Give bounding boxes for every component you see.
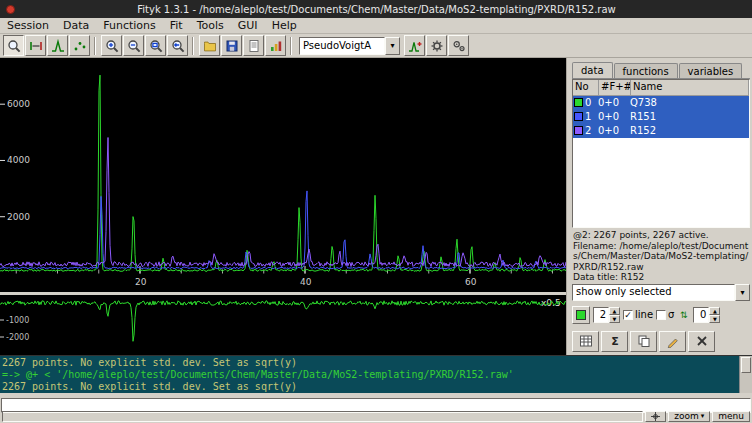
menubar: Session Data Functions Fit Tools GUI Hel… (0, 18, 752, 34)
spin-down-icon[interactable]: ▼ (709, 315, 720, 323)
execute-script-button[interactable] (243, 35, 264, 56)
edit-data-button[interactable] (572, 331, 599, 352)
close-button[interactable] (6, 5, 15, 14)
sigma-checkbox-label: σ (668, 309, 674, 320)
table-icon (579, 334, 593, 348)
dataset-row-2[interactable]: 2 0+0 R152 (573, 124, 749, 138)
disk-icon (225, 39, 239, 53)
y-tick-label: 4000 (7, 155, 30, 165)
menu-gui[interactable]: GUI (231, 18, 265, 34)
fit-settings-button[interactable] (426, 35, 447, 56)
quick-plot-button[interactable] (265, 35, 286, 56)
spin-up-icon[interactable]: ▲ (709, 307, 720, 315)
gui-settings-button[interactable] (448, 35, 469, 56)
copy-data-button[interactable] (630, 331, 657, 352)
dataset-func-count: 0+0 (598, 97, 630, 108)
pencil-icon (666, 334, 680, 348)
y-tick-label: 2000 (7, 212, 30, 222)
chart-icon (269, 39, 283, 53)
main-plot[interactable]: 204060600040002000 (0, 58, 566, 292)
filter-dropdown-value: show only selected (572, 284, 735, 301)
column-no[interactable]: No (573, 80, 599, 95)
dataset-points-info: @2: 2267 points, 2267 active. (573, 230, 749, 241)
previous-zoom-button[interactable] (167, 35, 188, 56)
auto-add-peak-button[interactable] (404, 35, 425, 56)
zoom-history-button[interactable]: zoom ▾ (668, 411, 710, 422)
series-R152 (0, 138, 566, 267)
dataset-name: R152 (630, 125, 749, 136)
point-color-button[interactable] (572, 306, 590, 324)
dataset-color-swatch (574, 126, 583, 135)
tab-data[interactable]: data (572, 62, 613, 78)
sidebar-tabs: data functions variables (572, 59, 750, 79)
data-shift-spinner[interactable]: 0 ▲▼ (693, 307, 720, 323)
dataset-list: No #F+# Name 0 0+0 Q738 1 0+0 R151 (572, 79, 750, 228)
point-size-spinner[interactable]: 2 ▲▼ (593, 307, 620, 323)
scrollbar-thumb[interactable] (741, 357, 751, 373)
chevron-down-icon: ▾ (385, 37, 400, 55)
aux-plot[interactable]: -1000-2000x0.5 (0, 295, 566, 355)
dataset-row-0[interactable]: 0 0+0 Q738 (573, 96, 749, 110)
points-icon (73, 39, 87, 53)
point-color-chip (576, 310, 586, 320)
spin-down-icon[interactable]: ▼ (609, 315, 620, 323)
zoom-button-label: zoom (674, 412, 699, 421)
sum-functions-button[interactable]: Σ (601, 331, 628, 352)
menu-fit[interactable]: Fit (163, 18, 190, 34)
console-line: 2267 points. No explicit std. dev. Set a… (2, 381, 737, 393)
dataset-func-count: 0+0 (598, 125, 630, 136)
filter-dropdown[interactable]: show only selected ▾ (572, 284, 750, 301)
sigma-checkbox[interactable]: σ (656, 309, 674, 320)
page-icon (247, 39, 261, 53)
column-functions[interactable]: #F+# (599, 80, 631, 95)
spin-up-icon[interactable]: ▲ (609, 307, 620, 315)
menu-help[interactable]: Help (265, 18, 304, 34)
zoom-icon (7, 39, 21, 53)
save-session-button[interactable] (221, 35, 242, 56)
zoom-all-button[interactable] (145, 35, 166, 56)
dataset-filename: Filename: /home/aleplo/test/Documents/Ch… (573, 241, 749, 273)
zoom-in-button[interactable] (101, 35, 122, 56)
folder-icon (203, 39, 217, 53)
column-name[interactable]: Name (631, 80, 749, 95)
dataset-row-1[interactable]: 1 0+0 R151 (573, 110, 749, 124)
peak-add-icon (408, 39, 422, 53)
toolbar-separator (290, 37, 292, 55)
aux-residual-series (0, 301, 566, 342)
gears-icon (452, 39, 466, 53)
data-range-mode-button[interactable] (25, 35, 46, 56)
load-data-button[interactable] (199, 35, 220, 56)
menu-button-label: menu (718, 412, 744, 421)
x-tick-label: 40 (300, 277, 312, 287)
pointer-info-button[interactable] (645, 411, 666, 422)
console-line: =-> @+ < '/home/aleplo/test/Documents/Ch… (2, 369, 737, 381)
activate-points-mode-button[interactable] (69, 35, 90, 56)
zoom-prev-icon (171, 39, 185, 53)
zoom-out-button[interactable] (123, 35, 144, 56)
gear-icon (430, 39, 444, 53)
function-type-select[interactable]: PseudoVoigtA▾ (299, 37, 400, 55)
line-checkbox[interactable]: ✓ line (623, 309, 653, 320)
menu-session[interactable]: Session (0, 18, 56, 34)
edit-transform-button[interactable] (659, 331, 686, 352)
delete-dataset-button[interactable] (688, 331, 715, 352)
dataset-color-swatch (574, 98, 583, 107)
dataset-func-count: 0+0 (598, 111, 630, 122)
tab-functions[interactable]: functions (614, 63, 678, 78)
console-scrollbar[interactable] (739, 356, 752, 393)
zoom-mode-button[interactable] (3, 35, 24, 56)
console-line: 2267 points. No explicit std. dev. Set a… (2, 357, 737, 369)
menu-functions[interactable]: Functions (96, 18, 163, 34)
dataset-no: 2 (585, 125, 598, 136)
plot-area: 204060600040002000 -1000-2000x0.5 (0, 58, 566, 355)
close-icon (695, 334, 709, 348)
shift-arrows-icon: ⇅ (677, 307, 690, 323)
sigma-icon: Σ (608, 334, 622, 348)
menu-data[interactable]: Data (56, 18, 96, 34)
output-console[interactable]: 2267 points. No explicit std. dev. Set a… (0, 355, 752, 393)
dataset-color-swatch (574, 112, 583, 121)
statusbar-menu-button[interactable]: menu (712, 411, 750, 422)
add-peak-mode-button[interactable] (47, 35, 68, 56)
tab-variables[interactable]: variables (679, 63, 743, 78)
menu-tools[interactable]: Tools (190, 18, 231, 34)
